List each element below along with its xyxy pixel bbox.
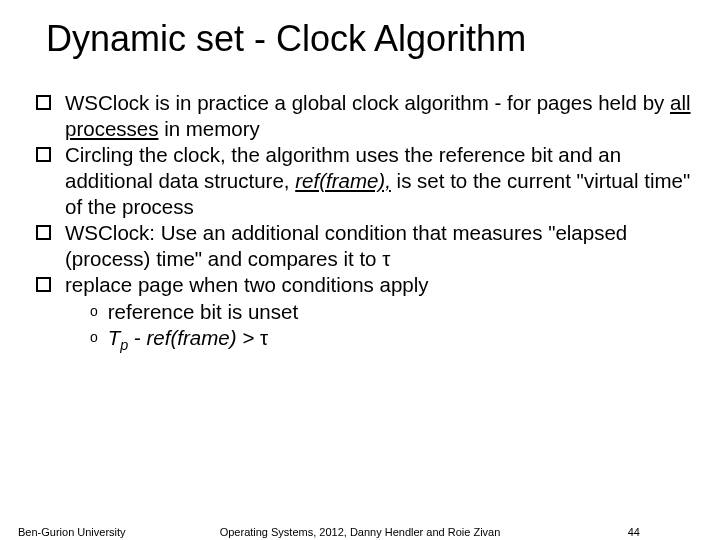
math-op: > [237, 326, 260, 349]
circle-bullet-icon: o [90, 303, 98, 321]
sub-list-item: o Tp - ref(frame) > τ [90, 325, 692, 355]
math-ref: ref(frame) [147, 326, 237, 349]
sub-list-item: o reference bit is unset [90, 299, 692, 325]
emphasis-ref: ref(frame), [295, 169, 391, 192]
list-item: WSClock: Use an additional condition tha… [36, 220, 692, 271]
bullet-text: replace page when two conditions apply [65, 273, 429, 296]
list-item: WSClock is in practice a global clock al… [36, 90, 692, 141]
list-item: replace page when two conditions apply [36, 272, 692, 298]
square-bullet-icon [36, 147, 51, 162]
list-item: Circling the clock, the algorithm uses t… [36, 142, 692, 219]
bullet-text: WSClock: Use an additional condition tha… [65, 221, 627, 270]
footer-left: Ben-Gurion University [18, 526, 126, 538]
math-op: - [128, 326, 146, 349]
bullet-list: WSClock is in practice a global clock al… [36, 90, 692, 355]
tau-symbol: τ [260, 326, 268, 349]
footer-center: Operating Systems, 2012, Danny Hendler a… [220, 526, 501, 538]
square-bullet-icon [36, 95, 51, 110]
page-title: Dynamic set - Clock Algorithm [46, 18, 692, 60]
math-var: T [108, 326, 121, 349]
footer-page-number: 44 [628, 526, 640, 538]
square-bullet-icon [36, 277, 51, 292]
sub-bullet-text: reference bit is unset [108, 299, 298, 325]
bullet-text: in memory [158, 117, 259, 140]
tau-symbol: τ [382, 247, 390, 270]
bullet-text: WSClock is in practice a global clock al… [65, 91, 670, 114]
circle-bullet-icon: o [90, 329, 98, 347]
square-bullet-icon [36, 225, 51, 240]
